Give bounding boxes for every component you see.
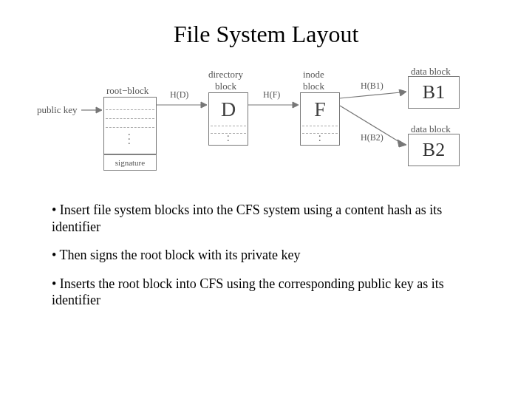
directory-block-label: directory block [208,69,243,92]
arrow-icon [340,89,406,101]
b2-box: B2 [408,134,460,166]
d-letter: D [221,98,236,121]
signature-box: signature [103,154,157,171]
hf-label: H(F) [263,89,280,100]
layout-diagram: public key root−block ··· signature H(D)… [37,61,495,187]
root-block-label: root−block [106,85,149,97]
bullet-2: • Then signs the root block with its pri… [52,247,480,264]
b2-letter: B2 [423,139,445,161]
public-key-label: public key [37,104,78,116]
bullet-1: • Insert file system blocks into the CFS… [52,202,480,235]
b1-letter: B1 [423,81,445,103]
svg-line-6 [340,92,400,98]
arrow-icon [340,104,406,149]
hd-label: H(D) [170,89,188,100]
d-block-box: D ·· [208,92,248,146]
bullet-list: • Insert file system blocks into the CFS… [52,202,480,309]
root-block-box: ··· [103,97,157,154]
svg-marker-5 [293,102,299,108]
f-block-box: F ·· [300,92,340,146]
bullet-3: • Inserts the root block into CFS using … [52,276,480,309]
arrow-icon [157,100,207,110]
arrow-icon [248,100,299,110]
slide-title: File System Layout [0,21,532,48]
f-letter: F [314,98,326,121]
inode-block-label: inode block [303,69,324,92]
arrow-icon [81,106,102,115]
svg-marker-9 [398,140,406,147]
svg-marker-3 [201,102,207,108]
svg-line-8 [340,106,400,143]
svg-marker-7 [399,89,406,96]
svg-marker-1 [96,107,102,113]
b1-box: B1 [408,76,460,109]
